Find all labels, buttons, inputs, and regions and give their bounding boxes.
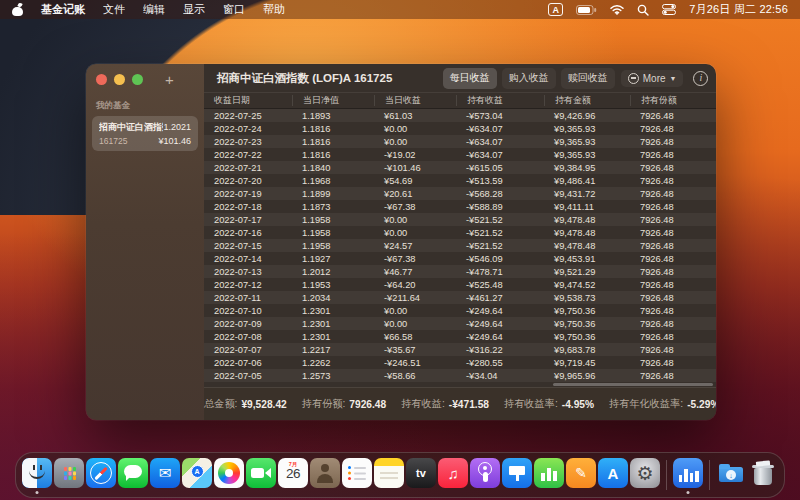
close-button[interactable] xyxy=(96,74,107,85)
messages-dock-icon[interactable] xyxy=(118,458,148,492)
table-row[interactable]: 2022-07-051.2573-¥58.66-¥34.04¥9,965.967… xyxy=(204,369,716,382)
appstore-dock-icon[interactable] xyxy=(598,458,628,492)
table-row[interactable]: 2022-07-231.1816¥0.00-¥634.07¥9,365.9379… xyxy=(204,135,716,148)
table-row[interactable]: 2022-07-171.1958¥0.00-¥521.52¥9,478.4879… xyxy=(204,213,716,226)
more-button[interactable]: More ▼ xyxy=(621,70,684,87)
mail-dock-icon[interactable] xyxy=(150,458,180,492)
menu-item[interactable]: 窗口 xyxy=(223,2,245,17)
table-row[interactable]: 2022-07-141.1927-¥67.38-¥546.09¥9,453.91… xyxy=(204,252,716,265)
table-row[interactable]: 2022-07-181.1873-¥67.38-¥588.89¥9,411.11… xyxy=(204,200,716,213)
menu-item[interactable]: 帮助 xyxy=(263,2,285,17)
apple-menu-icon[interactable] xyxy=(12,4,23,16)
info-button[interactable]: i xyxy=(693,71,708,86)
menubar-clock[interactable]: 7月26日 周二 22:56 xyxy=(689,2,788,17)
table-cell: 1.1958 xyxy=(292,215,374,225)
search-icon[interactable] xyxy=(637,4,649,16)
table-cell: -¥521.52 xyxy=(456,215,544,225)
table-row[interactable]: 2022-07-071.2217-¥35.67-¥316.22¥9,683.78… xyxy=(204,343,716,356)
facetime-dock-icon[interactable] xyxy=(246,458,276,492)
menu-app-name[interactable]: 基金记账 xyxy=(41,2,85,17)
table-row[interactable]: 2022-07-111.2034-¥211.64-¥461.27¥9,538.7… xyxy=(204,291,716,304)
pages-dock-icon[interactable] xyxy=(566,458,596,492)
horizontal-scrollbar[interactable] xyxy=(553,383,713,386)
table-row[interactable]: 2022-07-211.1840-¥101.46-¥615.05¥9,384.9… xyxy=(204,161,716,174)
table-cell: ¥9,384.95 xyxy=(544,163,630,173)
sidebar-item-fund[interactable]: 招商中证白酒指数 (L... 1.2021 161725 ¥101.46 xyxy=(92,116,198,151)
table-row[interactable]: 2022-07-201.1968¥54.69-¥513.59¥9,486.417… xyxy=(204,174,716,187)
table-row[interactable]: 2022-07-161.1958¥0.00-¥521.52¥9,478.4879… xyxy=(204,226,716,239)
minimize-button[interactable] xyxy=(114,74,125,85)
music-dock-icon[interactable] xyxy=(438,458,468,492)
table-cell: 7926.48 xyxy=(630,150,716,160)
table-cell: ¥54.69 xyxy=(374,176,456,186)
fundapp-dock-icon[interactable] xyxy=(673,458,703,492)
table-row[interactable]: 2022-07-251.1893¥61.03-¥573.04¥9,426.967… xyxy=(204,109,716,122)
summary-label: 持有收益率: xyxy=(504,397,558,411)
summary-item: 持有收益率:-4.95% xyxy=(504,397,594,411)
podcasts-dock-icon[interactable] xyxy=(470,458,500,492)
table-cell: 2022-07-13 xyxy=(204,267,292,277)
menu-item[interactable]: 编辑 xyxy=(143,2,165,17)
contacts-icon xyxy=(310,458,340,488)
table-row[interactable]: 2022-07-121.1953-¥64.20-¥525.48¥9,474.52… xyxy=(204,278,716,291)
safari-dock-icon[interactable] xyxy=(86,458,116,492)
control-center-icon[interactable] xyxy=(662,4,676,15)
table-row[interactable]: 2022-07-131.2012¥46.77-¥478.71¥9,521.297… xyxy=(204,265,716,278)
summary-label: 持有收益: xyxy=(401,397,445,411)
table-row[interactable]: 2022-07-081.2301¥66.58-¥249.64¥9,750.367… xyxy=(204,330,716,343)
battery-icon[interactable] xyxy=(576,5,597,15)
table-cell: -¥521.52 xyxy=(456,228,544,238)
segment-button[interactable]: 赎回收益 xyxy=(561,68,615,89)
table-cell: ¥66.58 xyxy=(374,332,456,342)
table-cell: ¥9,750.36 xyxy=(544,332,630,342)
segment-button[interactable]: 每日收益 xyxy=(443,68,497,89)
table-cell: -¥211.64 xyxy=(374,293,456,303)
menu-bar: 基金记账 文件编辑显示窗口帮助 A 7月26日 周二 22:56 xyxy=(0,0,800,19)
reminders-dock-icon[interactable] xyxy=(342,458,372,492)
table-cell: -¥316.22 xyxy=(456,345,544,355)
table-cell: -¥521.52 xyxy=(456,241,544,251)
numbers-dock-icon[interactable] xyxy=(534,458,564,492)
table-row[interactable]: 2022-07-151.1958¥24.57-¥521.52¥9,478.487… xyxy=(204,239,716,252)
menu-item[interactable]: 文件 xyxy=(103,2,125,17)
table-row[interactable]: 2022-07-221.1816-¥19.02-¥634.07¥9,365.93… xyxy=(204,148,716,161)
finder-dock-icon[interactable] xyxy=(22,458,52,492)
table-cell: ¥9,719.45 xyxy=(544,358,630,368)
table-cell: 1.1958 xyxy=(292,228,374,238)
settings-dock-icon[interactable] xyxy=(630,458,660,492)
table-cell: ¥9,426.96 xyxy=(544,111,630,121)
table-row[interactable]: 2022-07-101.2301¥0.00-¥249.64¥9,750.3679… xyxy=(204,304,716,317)
table-row[interactable]: 2022-07-241.1816¥0.00-¥634.07¥9,365.9379… xyxy=(204,122,716,135)
segment-button[interactable]: 购入收益 xyxy=(502,68,556,89)
table-cell: 2022-07-09 xyxy=(204,319,292,329)
table-cell: -¥280.55 xyxy=(456,358,544,368)
launchpad-dock-icon[interactable] xyxy=(54,458,84,492)
notes-dock-icon[interactable] xyxy=(374,458,404,492)
table-cell: ¥9,365.93 xyxy=(544,137,630,147)
table-cell: 1.1899 xyxy=(292,189,374,199)
maps-dock-icon[interactable] xyxy=(182,458,212,492)
table-row[interactable]: 2022-07-061.2262-¥246.51-¥280.55¥9,719.4… xyxy=(204,356,716,369)
table-cell: 7926.48 xyxy=(630,215,716,225)
table-cell: 1.2217 xyxy=(292,345,374,355)
zoom-button[interactable] xyxy=(132,74,143,85)
keynote-dock-icon[interactable] xyxy=(502,458,532,492)
table-cell: -¥19.02 xyxy=(374,150,456,160)
appletv-dock-icon[interactable] xyxy=(406,458,436,492)
table-row[interactable]: 2022-07-091.2301¥0.00-¥249.64¥9,750.3679… xyxy=(204,317,716,330)
photos-dock-icon[interactable] xyxy=(214,458,244,492)
wifi-icon[interactable] xyxy=(610,4,624,15)
column-header: 持有份额 xyxy=(630,95,716,106)
table-cell: -¥101.46 xyxy=(374,163,456,173)
table-cell: ¥0.00 xyxy=(374,306,456,316)
menu-item[interactable]: 显示 xyxy=(183,2,205,17)
trash-dock-icon[interactable] xyxy=(748,458,778,492)
calendar-dock-icon[interactable]: 7月26 xyxy=(278,458,308,492)
contacts-dock-icon[interactable] xyxy=(310,458,340,492)
summary-value: -5.29% xyxy=(687,399,716,410)
table-cell: 2022-07-15 xyxy=(204,241,292,251)
downloads-dock-icon[interactable] xyxy=(716,458,746,492)
table-row[interactable]: 2022-07-191.1899¥20.61-¥568.28¥9,431.727… xyxy=(204,187,716,200)
input-source-icon[interactable]: A xyxy=(548,3,563,16)
add-fund-button[interactable]: + xyxy=(165,72,174,87)
